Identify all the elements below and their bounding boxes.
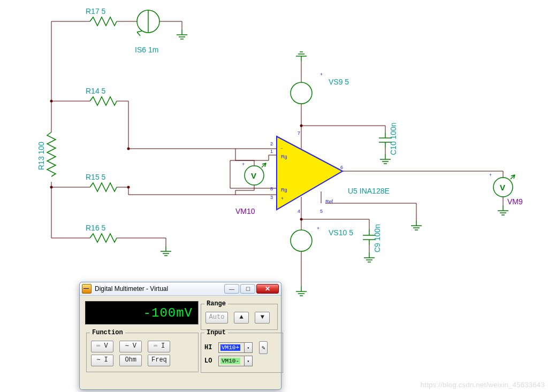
r17-label: R17 5 (86, 7, 106, 16)
chevron-down-icon: ▾ (244, 356, 252, 366)
svg-text:1: 1 (270, 149, 273, 154)
r16-label: R16 5 (86, 224, 106, 232)
vm9-label: VM9 (507, 197, 523, 206)
svg-text:4: 4 (298, 209, 300, 214)
svg-point-9 (300, 218, 303, 221)
ground-icon (498, 205, 508, 215)
dmm-title: Digital Multimeter - Virtual (95, 285, 168, 293)
range-down-button[interactable]: ▼ (255, 312, 270, 324)
fn-ac-current-button[interactable]: ∼ I (91, 355, 113, 366)
svg-point-4 (50, 100, 53, 103)
ground-icon (296, 286, 307, 296)
chevron-down-icon: ▾ (244, 343, 252, 352)
component-c10[interactable]: C10 100n (379, 122, 398, 155)
component-is6[interactable]: IS6 1m (135, 10, 159, 54)
svg-point-6 (127, 148, 130, 150)
input-legend: Input (204, 329, 228, 336)
ground-icon (296, 52, 307, 62)
svg-text:V: V (251, 171, 256, 180)
svg-text:7: 7 (298, 130, 300, 136)
ground-icon (364, 252, 375, 262)
component-u5[interactable]: 2 1 8 3 7 4 5 6 Rg Rg Ref - + U5 INA128E (270, 130, 390, 214)
vm10-label: VM10 (235, 207, 255, 216)
svg-text:Rg: Rg (281, 187, 287, 193)
u5-label: U5 INA128E (348, 187, 390, 195)
function-group: Function ⎓ V ∼ V ⎓ I ∼ I Ohm Freq (86, 329, 199, 372)
component-r14[interactable]: R14 5 (86, 87, 117, 105)
input-lo-value: VM10- (220, 358, 240, 364)
component-vm9[interactable]: V + VM9 (489, 172, 523, 206)
component-r17[interactable]: R17 5 (86, 7, 117, 26)
r14-label: R14 5 (86, 87, 106, 95)
svg-point-12 (291, 82, 312, 104)
svg-text:Ref: Ref (325, 199, 333, 204)
input-hi-combo[interactable]: VM10+ ▾ (218, 342, 253, 353)
svg-text:+: + (320, 72, 323, 77)
watermark: https://blog.csdn.net/weixin_45633643 (421, 381, 545, 389)
svg-text:+: + (317, 226, 319, 231)
r13-label: R13 100 (37, 142, 45, 170)
range-auto-button[interactable]: Auto (206, 312, 228, 324)
schematic-canvas[interactable]: R17 5 R14 5 R15 5 R16 5 R13 100 IS6 1m +… (0, 0, 548, 392)
svg-text:V: V (500, 183, 505, 192)
component-r16[interactable]: R16 5 (86, 224, 117, 242)
svg-text:3: 3 (270, 195, 273, 200)
svg-point-8 (300, 125, 303, 127)
fn-ac-voltage-button[interactable]: ∼ V (119, 341, 142, 352)
component-vs10[interactable]: + VS10 5 (291, 226, 353, 251)
svg-text:+: + (281, 196, 284, 201)
component-r15[interactable]: R15 5 (86, 173, 117, 191)
dmm-titlebar[interactable]: Digital Multimeter - Virtual — ☐ ✕ (80, 282, 281, 296)
svg-text:5: 5 (320, 209, 323, 214)
fn-ohm-button[interactable]: Ohm (119, 355, 142, 366)
svg-text:6: 6 (340, 165, 343, 170)
svg-text:-: - (281, 145, 283, 151)
ground-icon (161, 246, 171, 256)
vs10-label: VS10 5 (329, 228, 353, 237)
ground-icon (411, 220, 422, 230)
input-hi-label: HI (204, 344, 215, 351)
svg-point-5 (50, 186, 53, 189)
svg-text:+: + (489, 172, 492, 178)
fn-freq-button[interactable]: Freq (148, 355, 170, 366)
probe-button[interactable]: ✎ (259, 341, 268, 354)
dmm-body: -100mV Range Auto ▲ ▼ Function ⎓ V ∼ V ⎓… (80, 296, 281, 331)
r15-label: R15 5 (86, 173, 106, 181)
svg-text:+: + (242, 162, 245, 167)
vs9-label: VS9 5 (329, 78, 349, 86)
c10-label: C10 100n (389, 122, 398, 155)
dmm-app-icon (82, 284, 92, 294)
minimize-button[interactable]: — (224, 284, 239, 294)
component-vs9[interactable]: + VS9 5 (291, 72, 349, 104)
is6-label: IS6 1m (135, 45, 158, 54)
input-lo-combo[interactable]: VM10- ▾ (218, 356, 253, 366)
maximize-button[interactable]: ☐ (240, 284, 255, 294)
input-hi-value: VM10+ (220, 344, 240, 351)
dmm-reading: -100mV (143, 306, 193, 320)
c9-label: C9 100n (373, 224, 382, 252)
svg-text:8: 8 (270, 186, 273, 191)
range-up-button[interactable]: ▲ (234, 312, 249, 324)
svg-point-7 (127, 186, 130, 189)
component-r13[interactable]: R13 100 (37, 132, 56, 176)
input-group: Input HI VM10+ ▾ ✎ LO VM10- ▾ (201, 329, 283, 373)
digital-multimeter-window[interactable]: Digital Multimeter - Virtual — ☐ ✕ -100m… (79, 282, 281, 390)
function-legend: Function (90, 329, 125, 336)
svg-text:2: 2 (270, 141, 273, 147)
component-c9[interactable]: C9 100n (363, 224, 382, 252)
range-legend: Range (204, 300, 228, 308)
dmm-display: -100mV (85, 301, 199, 325)
svg-point-14 (291, 230, 312, 251)
svg-text:Rg: Rg (281, 154, 287, 159)
close-button[interactable]: ✕ (256, 284, 279, 294)
range-group: Range Auto ▲ ▼ (201, 300, 278, 330)
input-lo-label: LO (204, 357, 215, 365)
fn-dc-current-button[interactable]: ⎓ I (148, 341, 170, 352)
fn-dc-voltage-button[interactable]: ⎓ V (91, 341, 113, 352)
ground-icon (177, 29, 187, 39)
